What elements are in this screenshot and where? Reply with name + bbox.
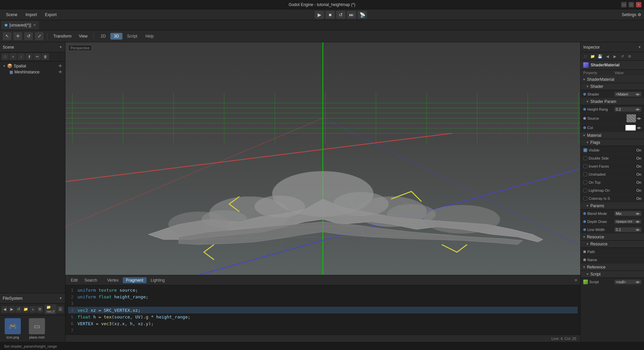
tab-lighting[interactable]: Lighting <box>147 277 168 283</box>
viewport[interactable]: Perspective <box>65 42 580 275</box>
rotate-tool-button[interactable]: ↺ <box>24 32 33 40</box>
blend-mode-dot <box>583 212 586 215</box>
tab-vertex[interactable]: Vertex <box>104 277 122 283</box>
height-range-dot <box>583 108 586 111</box>
tab-script[interactable]: Script <box>124 33 141 40</box>
code-panel-close[interactable]: ✕ <box>574 278 578 283</box>
section-reference[interactable]: ▼ Reference <box>581 264 644 271</box>
insp-settings-btn[interactable]: ⚙ <box>626 53 633 59</box>
remote-button[interactable]: 📡 <box>358 11 367 19</box>
step-button[interactable]: ⏭ <box>347 11 356 19</box>
fs-back-button[interactable]: ◀ <box>1 306 8 313</box>
fs-refresh-button[interactable]: ↺ <box>15 306 22 313</box>
unshaded-checkbox[interactable] <box>583 172 587 176</box>
insp-save-btn[interactable]: 💾 <box>597 53 603 59</box>
shader-material-icon <box>583 62 589 68</box>
insp-back-btn[interactable]: ◀ <box>604 53 611 59</box>
code-search-menu[interactable]: Search <box>82 277 100 283</box>
section-arrow-flags: ▼ <box>586 141 589 144</box>
move-up-button[interactable]: ↑ <box>17 53 25 60</box>
menu-import[interactable]: Import <box>22 11 40 18</box>
stop-button[interactable]: ■ <box>325 11 335 19</box>
fs-dropdown-arrow[interactable]: ▼ <box>59 296 62 300</box>
fs-list-toggle[interactable]: ☰ <box>57 306 64 313</box>
move-tool-button[interactable]: ✛ <box>13 32 22 40</box>
move-down-button[interactable]: ⬆ <box>25 53 33 60</box>
tab-fragment[interactable]: Fragment <box>123 277 147 283</box>
code-edit-menu[interactable]: Edit <box>68 277 80 283</box>
minimize-button[interactable]: — <box>621 2 627 7</box>
invert-faces-checkbox[interactable] <box>583 164 587 168</box>
close-button[interactable]: ✕ <box>636 2 641 7</box>
depth-draw-value[interactable]: Opaque Onl ◀▶ <box>614 220 641 224</box>
colorray-checkbox[interactable] <box>583 196 587 200</box>
tree-item-meshinstance[interactable]: ▦ MeshInstance 👁 <box>7 69 64 75</box>
view-menu[interactable]: View <box>76 33 90 40</box>
section-shader[interactable]: ▼ Shader <box>581 83 644 90</box>
fs-add-button[interactable]: + <box>30 306 36 313</box>
script-value[interactable]: <null> ◀▶ <box>614 280 641 284</box>
transform-menu[interactable]: Transform <box>51 33 74 40</box>
tree-item-spatial[interactable]: ▼ 📦 Spatial 👁 <box>1 63 64 69</box>
select-tool-button[interactable]: ↖ <box>3 32 11 40</box>
code-editor[interactable]: 1 uniform texture source; 2 uniform floa… <box>65 285 580 335</box>
viewport-toolbar: ↖ ✛ ↺ ⤢ Transform View 2D 3D Script Help <box>0 30 644 42</box>
source-texture-preview[interactable] <box>627 114 636 122</box>
delete-button[interactable]: 🗑 <box>42 53 49 60</box>
visibility-toggle-spatial[interactable]: 👁 <box>58 64 62 68</box>
insp-open-btn[interactable]: 📁 <box>589 53 596 59</box>
tab-close-button[interactable]: ✕ <box>33 23 36 27</box>
insp-forward-btn[interactable]: ▶ <box>611 53 618 59</box>
scene-dropdown-arrow[interactable]: ▼ <box>59 45 62 49</box>
fs-folder-button[interactable]: 📁 <box>22 306 29 313</box>
height-range-value[interactable]: 0.2 ◀▶ <box>614 107 641 112</box>
section-resource[interactable]: ▼ Resource <box>581 234 644 241</box>
insp-refresh-btn[interactable]: ↺ <box>619 53 626 59</box>
source-value-arrows[interactable]: ◀▶ <box>637 117 641 120</box>
tab-help[interactable]: Help <box>142 33 157 40</box>
fs-settings-button[interactable]: ⚙ <box>37 306 43 313</box>
inspector-dropdown-arrow[interactable]: ▼ <box>638 45 641 49</box>
maximize-button[interactable]: □ <box>629 2 634 7</box>
prop-name: Name <box>581 256 644 264</box>
col-value-arrows[interactable]: ◀▶ <box>637 126 641 129</box>
menu-scene[interactable]: Scene <box>3 11 21 18</box>
new-node-button[interactable]: □ <box>1 53 9 60</box>
section-title-mat: Material <box>587 133 601 138</box>
rename-button[interactable]: ✏ <box>34 53 41 60</box>
section-resource-sub[interactable]: ▼ Resource <box>581 241 644 248</box>
tab-unsaved[interactable]: [unsaved(*)] ✕ <box>1 21 39 30</box>
insp-new-btn[interactable]: □ <box>582 53 589 59</box>
source-value-container: ◀▶ <box>627 114 641 122</box>
menu-export[interactable]: Export <box>42 11 60 18</box>
script-value-text: <null> <box>616 280 626 284</box>
col-color-preview[interactable] <box>625 125 636 131</box>
depth-draw-text: Opaque Onl <box>616 220 632 223</box>
blend-mode-value[interactable]: Mix ◀▶ <box>614 211 641 216</box>
section-material[interactable]: ▼ Material <box>581 132 644 139</box>
section-params[interactable]: ▼ Params <box>581 202 644 210</box>
fs-forward-button[interactable]: ▶ <box>8 306 15 313</box>
tab-2d[interactable]: 2D <box>97 33 109 40</box>
settings-button[interactable]: Settings ⚙ <box>622 12 641 17</box>
on-top-checkbox[interactable] <box>583 180 587 184</box>
play-button[interactable]: ▶ <box>315 11 324 19</box>
visible-checkbox[interactable]: ✓ <box>583 148 587 152</box>
line-width-value[interactable]: 0.1 ◀▶ <box>614 227 641 232</box>
pause-button[interactable]: ↺ <box>336 11 345 19</box>
section-shader-material[interactable]: ▼ ShaderMaterial <box>581 76 644 83</box>
shader-prop-value[interactable]: <Materi ◀▶ <box>614 92 641 97</box>
section-flags[interactable]: ▼ Flags <box>581 139 644 146</box>
section-shader-param[interactable]: ▼ Shader Param <box>581 98 644 105</box>
tab-3d[interactable]: 3D <box>110 33 122 40</box>
prop-lightmap-on: Lightmap On On <box>581 186 644 194</box>
visibility-toggle-mesh[interactable]: 👁 <box>58 70 62 74</box>
section-script-sub[interactable]: ▼ Script <box>581 271 644 278</box>
lightmap-on-checkbox[interactable] <box>583 188 587 192</box>
code-line-2: 2 uniform float height_range; <box>68 293 578 300</box>
scale-tool-button[interactable]: ⤢ <box>35 32 44 40</box>
double-side-checkbox[interactable] <box>583 156 587 160</box>
add-child-button[interactable]: + <box>9 53 17 60</box>
fs-file-icon-png[interactable]: 🎮 icon.png <box>3 318 23 339</box>
fs-file-plane-msh[interactable]: ▭ plane.msh <box>27 318 47 339</box>
